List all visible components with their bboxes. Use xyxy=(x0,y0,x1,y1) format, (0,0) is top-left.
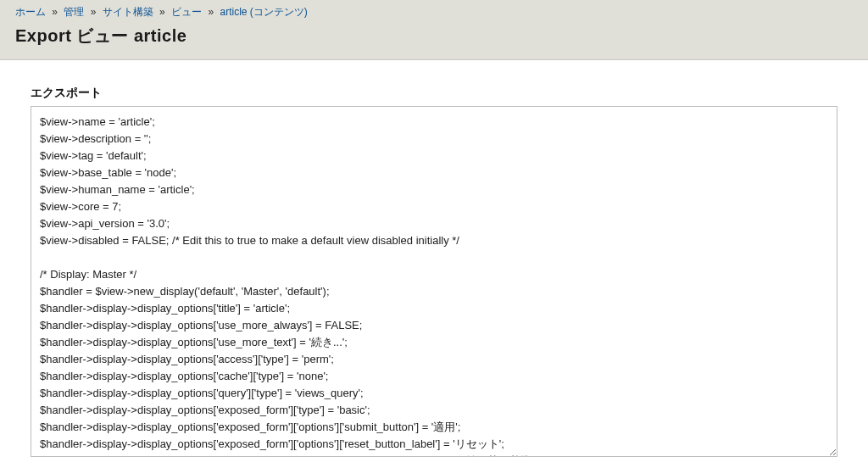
breadcrumb-link-home[interactable]: ホーム xyxy=(15,6,46,18)
breadcrumb-sep: » xyxy=(204,6,217,18)
export-label: エクスポート xyxy=(31,86,837,101)
breadcrumb-link-structure[interactable]: サイト構築 xyxy=(103,6,153,18)
breadcrumb-sep: » xyxy=(87,6,100,18)
breadcrumb-link-admin[interactable]: 管理 xyxy=(64,6,84,18)
content-region: エクスポート xyxy=(0,60,868,468)
export-code-textarea[interactable] xyxy=(31,106,837,457)
breadcrumb-sep: » xyxy=(48,6,61,18)
breadcrumb-sep: » xyxy=(156,6,169,18)
header-bar: ホーム » 管理 » サイト構築 » ビュー » article (コンテンツ)… xyxy=(0,0,868,60)
breadcrumb-link-views[interactable]: ビュー xyxy=(171,6,202,18)
page-title: Export ビュー article xyxy=(15,25,853,47)
breadcrumb: ホーム » 管理 » サイト構築 » ビュー » article (コンテンツ) xyxy=(15,5,853,25)
breadcrumb-link-article[interactable]: article (コンテンツ) xyxy=(220,6,308,18)
